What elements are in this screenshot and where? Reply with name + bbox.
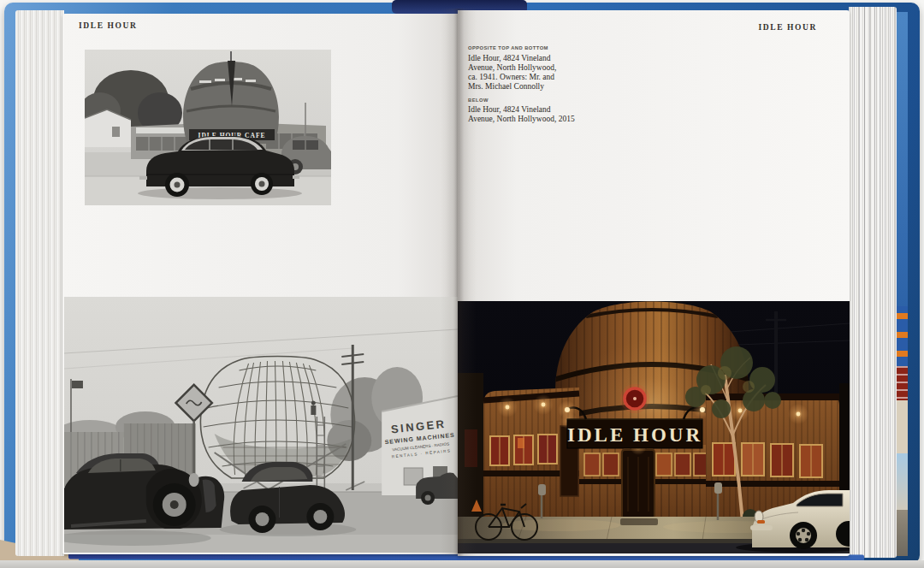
caption-label-below: BELOW <box>468 97 596 104</box>
photo-construction-site: SINGER SEWING MACHINES VACUUM CLEANERS ·… <box>64 297 458 553</box>
caption-line: Idle Hour, 4824 Vineland <box>468 105 596 115</box>
caption-line: Mrs. Michael Connolly <box>468 82 596 92</box>
bw-storefront-illustration: IDLE HOUR CAFE <box>85 50 331 205</box>
photo-idle-hour-night-2015: IDLE HOUR <box>458 301 850 553</box>
caption-block: OPPOSITE TOP AND BOTTOM Idle Hour, 4824 … <box>468 44 596 124</box>
photo-idle-hour-cafe-1941: IDLE HOUR CAFE <box>85 50 331 205</box>
table-surface <box>0 560 924 568</box>
caption-label-opposite: OPPOSITE TOP AND BOTTOM <box>468 44 596 52</box>
right-page-header: IDLE HOUR <box>758 24 817 33</box>
open-book-photo: IDLE HOUR <box>0 0 924 568</box>
bw-construction-illustration: SINGER SEWING MACHINES VACUUM CLEANERS ·… <box>64 297 458 553</box>
left-page-header: IDLE HOUR <box>79 22 138 31</box>
caption-line: Idle Hour, 4824 Vineland <box>468 54 596 63</box>
caption-line: Avenue, North Hollywood, 2015 <box>468 115 596 124</box>
caption-line: ca. 1941. Owners: Mr. and <box>468 73 596 82</box>
left-page: IDLE HOUR <box>62 14 458 554</box>
right-page: IDLE HOUR OPPOSITE TOP AND BOTTOM Idle H… <box>458 10 850 556</box>
idle-hour-sign-text: IDLE HOUR <box>567 424 702 446</box>
night-facade-illustration: IDLE HOUR <box>458 301 850 553</box>
page-edges-left <box>15 10 64 556</box>
page-edges-right <box>849 7 897 558</box>
caption-line: Avenue, North Hollywood, <box>468 63 596 73</box>
